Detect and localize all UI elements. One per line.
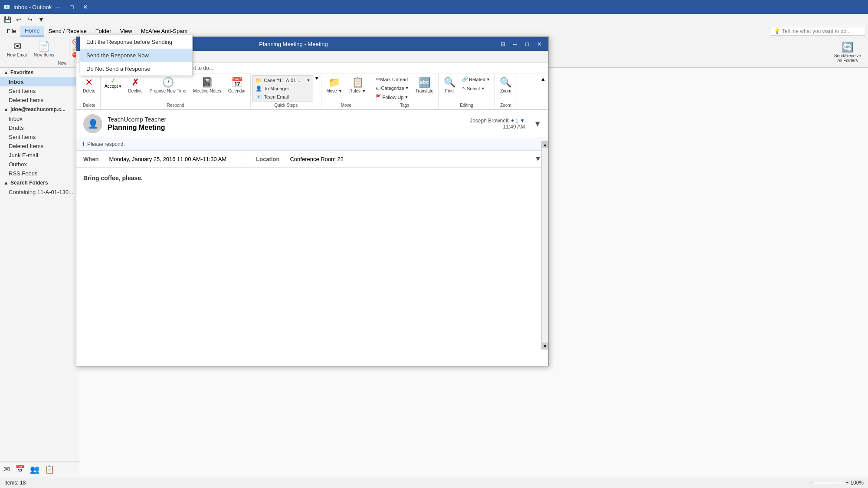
sidebar-item-inbox-favorites[interactable]: Inbox bbox=[0, 77, 80, 86]
account-section[interactable]: ▲ jdoe@teachucomp.c... bbox=[0, 105, 80, 114]
redo-qat-button[interactable]: ↪ bbox=[25, 15, 35, 24]
scroll-track[interactable] bbox=[542, 148, 548, 343]
close-button[interactable]: ✕ bbox=[79, 2, 92, 12]
delete-label: Delete bbox=[83, 89, 95, 93]
editing-group: 🔍 Find 🔗 Related ▼ ↖ Select ▼ Ed bbox=[439, 74, 495, 109]
to-manager-label: To Manager bbox=[264, 86, 289, 91]
sidebar-item-rss[interactable]: RSS Feeds bbox=[0, 169, 80, 178]
more-qat-button[interactable]: ▼ bbox=[36, 15, 46, 24]
mail-nav-icon[interactable]: ✉ bbox=[3, 465, 10, 474]
select-button[interactable]: ↖ Select ▼ bbox=[459, 84, 493, 92]
categorize-button[interactable]: 🏷 Categorize ▼ bbox=[373, 84, 412, 92]
scroll-up-button[interactable]: ▲ bbox=[542, 141, 548, 148]
team-email-quickstep-button[interactable]: 📧 Team Email bbox=[254, 93, 312, 101]
status-right: − ──────── + 100% bbox=[809, 480, 864, 486]
maximize-button[interactable]: □ bbox=[66, 2, 78, 12]
select-label: Select bbox=[467, 86, 480, 91]
find-label: Find bbox=[445, 89, 453, 93]
email-to: Joseph Brownell; + 1 ▼ bbox=[470, 118, 525, 124]
zoom-slider[interactable]: ──────── bbox=[814, 480, 844, 486]
mark-unread-button[interactable]: ✉ Mark Unread bbox=[373, 75, 412, 83]
sidebar-item-outbox[interactable]: Outbox bbox=[0, 160, 80, 169]
tags-buttons-col: ✉ Mark Unread 🏷 Categorize ▼ 🚩 Follow Up… bbox=[373, 75, 412, 101]
outlook-search-bar[interactable]: 💡 Tell me what you want to do... bbox=[770, 27, 865, 36]
new-items-button[interactable]: 📄 New Items bbox=[31, 39, 57, 59]
search-folders-section[interactable]: ▲ Search Folders bbox=[0, 178, 80, 188]
sidebar-item-search-folder[interactable]: Containing 11-A-01-130... bbox=[0, 188, 80, 197]
undo-qat-button[interactable]: ↩ bbox=[14, 15, 23, 24]
favorites-section[interactable]: ▲ Favorites bbox=[0, 68, 80, 77]
translate-button[interactable]: 🔤 Translate bbox=[413, 75, 436, 95]
meeting-move-button[interactable]: 📁 Move ▼ bbox=[323, 75, 345, 95]
sidebar-item-junk[interactable]: Junk E-mail bbox=[0, 151, 80, 160]
follow-up-label: Follow Up bbox=[383, 95, 404, 100]
people-nav-icon[interactable]: 👥 bbox=[30, 465, 39, 474]
zoom-button[interactable]: 🔍 Zoom bbox=[497, 75, 515, 95]
meeting-move-label: Move ▼ bbox=[326, 89, 342, 93]
translate-icon: 🔤 bbox=[419, 77, 430, 88]
zoom-label: Zoom bbox=[500, 89, 511, 93]
save-qat-button[interactable]: 💾 bbox=[3, 15, 12, 24]
meeting-tilevert-button[interactable]: ⊞ bbox=[497, 39, 508, 49]
zoom-minus-icon[interactable]: − bbox=[809, 480, 812, 486]
rules-icon: 📋 bbox=[352, 77, 364, 88]
home-menu[interactable]: Home bbox=[20, 26, 44, 36]
favorites-label: Favorites bbox=[10, 69, 33, 76]
minimize-button[interactable]: ─ bbox=[52, 2, 64, 12]
quick-steps-expand-button[interactable]: ▼ bbox=[314, 75, 319, 81]
meeting-respond-group: ✓ Accept ▼ ✗ Decline 🕐 Propose New Time bbox=[101, 74, 251, 109]
related-button[interactable]: 🔗 Related ▼ bbox=[459, 75, 493, 83]
decline-button[interactable]: ✗ Decline bbox=[125, 75, 145, 95]
new-ribbon-group: ✉ New Email 📄 New Items New bbox=[2, 39, 69, 66]
tasks-nav-icon[interactable]: 📋 bbox=[45, 465, 54, 474]
editing-buttons-col: 🔗 Related ▼ ↖ Select ▼ bbox=[459, 75, 493, 92]
follow-up-button[interactable]: 🚩 Follow Up ▼ bbox=[373, 93, 412, 101]
zoom-icon: 🔍 bbox=[500, 77, 511, 88]
plus-dropdown[interactable]: ▼ bbox=[520, 118, 525, 124]
ribbon-collapse-button[interactable]: ▲ bbox=[540, 74, 547, 109]
sidebar-item-inbox[interactable]: Inbox bbox=[0, 114, 80, 123]
sidebar-item-sent-favorites[interactable]: Sent Items bbox=[0, 86, 80, 96]
propose-time-button[interactable]: 🕐 Propose New Time bbox=[147, 75, 189, 95]
when-location-expand[interactable]: ▼ bbox=[534, 155, 541, 163]
calendar-button[interactable]: 📅 Calendar bbox=[225, 75, 249, 95]
calendar-nav-icon[interactable]: 📅 bbox=[15, 465, 25, 474]
new-email-button[interactable]: ✉ New Email bbox=[4, 39, 30, 59]
do-not-send-option[interactable]: Do Not Send a Response bbox=[80, 62, 192, 76]
meeting-notes-icon: 📓 bbox=[201, 77, 213, 88]
email-sender: TeachUcomp Teacher bbox=[108, 116, 465, 123]
favorites-collapse-icon: ▲ bbox=[3, 69, 9, 76]
zoom-plus-icon[interactable]: + bbox=[845, 480, 848, 486]
rules-button[interactable]: 📋 Rules ▼ bbox=[346, 75, 369, 95]
avatar-icon: 👤 bbox=[88, 119, 98, 129]
scrollbar[interactable]: ▲ ▼ bbox=[541, 141, 548, 350]
send-receive-all-button[interactable]: 🔄 Send/ReceiveAll Folders bbox=[832, 40, 864, 65]
sidebar-item-deleted-favorites[interactable]: Deleted Items bbox=[0, 96, 80, 105]
meeting-ribbon-content: ✕ Delete Delete ✓ Accept ▼ bbox=[76, 73, 548, 110]
send-receive-all-label: Send/ReceiveAll Folders bbox=[834, 53, 861, 63]
meeting-close-button[interactable]: ✕ bbox=[534, 39, 545, 49]
follow-up-icon: 🚩 bbox=[376, 94, 382, 100]
find-button[interactable]: 🔍 Find bbox=[440, 75, 459, 95]
new-email-icon: ✉ bbox=[13, 41, 21, 52]
meeting-minimize-button[interactable]: ─ bbox=[509, 39, 521, 49]
accept-button[interactable]: ✓ Accept ▼ bbox=[102, 75, 124, 90]
to-manager-quickstep-button[interactable]: 👤 To Manager bbox=[254, 85, 312, 92]
decline-label: Decline bbox=[128, 89, 142, 93]
sidebar-item-deleted[interactable]: Deleted Items bbox=[0, 142, 80, 151]
when-location-bar: When Monday, January 25, 2016 11:00 AM-1… bbox=[76, 151, 548, 168]
meeting-maximize-button[interactable]: □ bbox=[521, 39, 533, 49]
header-expand-button[interactable]: ▼ bbox=[534, 119, 541, 129]
search-folders-label: Search Folders bbox=[10, 180, 48, 186]
send-response-now-option[interactable]: Send the Response Now bbox=[80, 49, 192, 62]
sidebar-item-sent[interactable]: Sent Items bbox=[0, 132, 80, 142]
team-email-icon: 📧 bbox=[255, 94, 262, 100]
meeting-delete-button[interactable]: ✕ Delete bbox=[80, 75, 98, 95]
sidebar-item-drafts[interactable]: Drafts bbox=[0, 123, 80, 132]
meeting-notes-button[interactable]: 📓 Meeting Notes bbox=[190, 75, 224, 95]
file-menu[interactable]: File bbox=[3, 26, 20, 36]
scroll-down-button[interactable]: ▼ bbox=[542, 343, 548, 350]
case-quickstep-button[interactable]: 📁 Case #11-A-01-... ▼ bbox=[254, 76, 312, 84]
edit-response-option[interactable]: Edit the Response before Sending bbox=[80, 35, 192, 49]
calendar-label: Calendar bbox=[228, 89, 246, 93]
